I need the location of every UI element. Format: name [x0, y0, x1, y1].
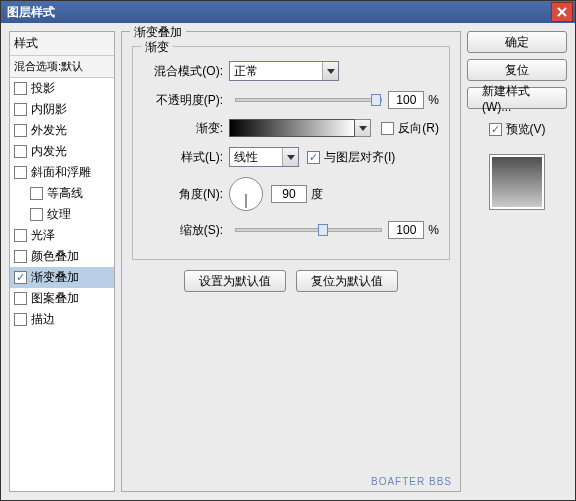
style-item[interactable]: 内发光	[10, 141, 114, 162]
styles-header[interactable]: 样式	[10, 32, 114, 56]
blend-mode-label: 混合模式(O):	[143, 63, 223, 80]
close-icon	[556, 6, 568, 18]
preview-checkbox[interactable]	[489, 123, 502, 136]
style-item[interactable]: 等高线	[10, 183, 114, 204]
style-item-label: 渐变叠加	[31, 269, 79, 286]
scale-slider[interactable]	[235, 228, 382, 232]
scale-unit: %	[428, 223, 439, 237]
angle-input[interactable]: 90	[271, 185, 307, 203]
blend-mode-select[interactable]: 正常	[229, 61, 339, 81]
cancel-button[interactable]: 复位	[467, 59, 567, 81]
style-item-label: 描边	[31, 311, 55, 328]
style-item-label: 内阴影	[31, 101, 67, 118]
style-checkbox[interactable]	[14, 103, 27, 116]
window-title: 图层样式	[7, 4, 55, 21]
ok-button[interactable]: 确定	[467, 31, 567, 53]
style-item[interactable]: 斜面和浮雕	[10, 162, 114, 183]
settings-panel: 渐变叠加 渐变 混合模式(O): 正常 不透明度(P): 100 %	[121, 31, 461, 492]
style-select[interactable]: 线性	[229, 147, 299, 167]
new-style-button[interactable]: 新建样式(W)...	[467, 87, 567, 109]
gradient-preview[interactable]	[229, 119, 355, 137]
opacity-label: 不透明度(P):	[143, 92, 223, 109]
reverse-label: 反向(R)	[398, 120, 439, 137]
angle-dial[interactable]	[229, 177, 263, 211]
style-checkbox[interactable]	[14, 271, 27, 284]
style-label: 样式(L):	[143, 149, 223, 166]
style-checkbox[interactable]	[14, 313, 27, 326]
close-button[interactable]	[551, 2, 573, 22]
style-item[interactable]: 投影	[10, 78, 114, 99]
style-item[interactable]: 光泽	[10, 225, 114, 246]
preview-swatch	[489, 154, 545, 210]
style-item-label: 图案叠加	[31, 290, 79, 307]
watermark: BOAFTER BBS	[371, 476, 452, 487]
blend-options-header[interactable]: 混合选项:默认	[10, 56, 114, 78]
style-item[interactable]: 外发光	[10, 120, 114, 141]
style-checkbox[interactable]	[30, 187, 43, 200]
style-checkbox[interactable]	[14, 229, 27, 242]
style-item[interactable]: 颜色叠加	[10, 246, 114, 267]
chevron-down-icon	[322, 62, 338, 80]
reset-default-button[interactable]: 复位为默认值	[296, 270, 398, 292]
style-checkbox[interactable]	[30, 208, 43, 221]
style-checkbox[interactable]	[14, 292, 27, 305]
style-item[interactable]: 图案叠加	[10, 288, 114, 309]
angle-label: 角度(N):	[143, 186, 223, 203]
style-item-label: 投影	[31, 80, 55, 97]
style-item[interactable]: 内阴影	[10, 99, 114, 120]
chevron-down-icon	[282, 148, 298, 166]
set-default-button[interactable]: 设置为默认值	[184, 270, 286, 292]
style-item-label: 纹理	[47, 206, 71, 223]
gradient-dropdown-icon[interactable]	[355, 119, 371, 137]
style-checkbox[interactable]	[14, 145, 27, 158]
reverse-checkbox[interactable]	[381, 122, 394, 135]
style-item[interactable]: 描边	[10, 309, 114, 330]
style-checkbox[interactable]	[14, 82, 27, 95]
angle-unit: 度	[311, 186, 323, 203]
style-item-label: 外发光	[31, 122, 67, 139]
preview-label: 预览(V)	[506, 121, 546, 138]
style-checkbox[interactable]	[14, 250, 27, 263]
style-checkbox[interactable]	[14, 124, 27, 137]
action-panel: 确定 复位 新建样式(W)... 预览(V)	[467, 31, 567, 492]
blend-mode-value: 正常	[234, 63, 258, 80]
scale-input[interactable]: 100	[388, 221, 424, 239]
scale-label: 缩放(S):	[143, 222, 223, 239]
gradient-label: 渐变:	[143, 120, 223, 137]
inner-group-title: 渐变	[141, 39, 173, 56]
opacity-input[interactable]: 100	[388, 91, 424, 109]
style-item-label: 斜面和浮雕	[31, 164, 91, 181]
styles-list-panel: 样式 混合选项:默认 投影内阴影外发光内发光斜面和浮雕等高线纹理光泽颜色叠加渐变…	[9, 31, 115, 492]
opacity-unit: %	[428, 93, 439, 107]
style-item[interactable]: 渐变叠加	[10, 267, 114, 288]
style-item-label: 等高线	[47, 185, 83, 202]
style-value: 线性	[234, 149, 258, 166]
style-checkbox[interactable]	[14, 166, 27, 179]
align-checkbox[interactable]	[307, 151, 320, 164]
style-item-label: 光泽	[31, 227, 55, 244]
opacity-slider[interactable]	[235, 98, 382, 102]
style-item-label: 颜色叠加	[31, 248, 79, 265]
style-item[interactable]: 纹理	[10, 204, 114, 225]
style-item-label: 内发光	[31, 143, 67, 160]
align-label: 与图层对齐(I)	[324, 149, 395, 166]
